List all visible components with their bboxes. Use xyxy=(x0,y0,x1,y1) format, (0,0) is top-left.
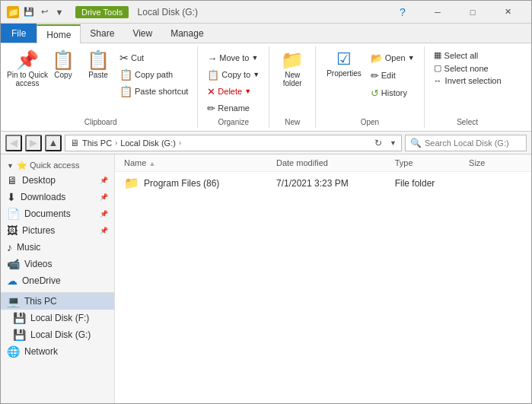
new-folder-label: Newfolder xyxy=(283,71,302,87)
tab-home[interactable]: Home xyxy=(37,24,81,43)
select-all-button[interactable]: ▦ Select all xyxy=(431,49,505,61)
ribbon-group-new: 📁 Newfolder New xyxy=(269,46,316,128)
col-name[interactable]: Name ▲ xyxy=(121,156,273,170)
select-group: ▦ Select all ▢ Select none ↔ Invert sele… xyxy=(431,49,505,86)
copy-label: Copy xyxy=(54,71,72,79)
address-chevron-2: › xyxy=(179,139,181,147)
properties-button[interactable]: ☑ Properties xyxy=(322,49,366,79)
invert-icon: ↔ xyxy=(434,76,442,85)
minimize-button[interactable]: ─ xyxy=(420,1,455,24)
sidebar-item-onedrive[interactable]: ☁ OneDrive xyxy=(1,272,114,289)
col-size[interactable]: Size xyxy=(466,156,525,170)
edit-icon: ✏ xyxy=(371,70,379,81)
network-icon: 🌐 xyxy=(7,345,20,358)
music-icon: ♪ xyxy=(7,241,12,253)
copy-to-button[interactable]: 📋 Copy to ▼ xyxy=(204,66,263,83)
table-row[interactable]: 📁 Program Files (86) 7/1/2021 3:23 PM Fi… xyxy=(115,172,531,194)
main-content: ▼ ⭐ Quick access 🖥 Desktop 📌 ⬇ Downloads… xyxy=(1,154,531,404)
delete-icon: ✕ xyxy=(207,86,215,97)
desktop-label: Desktop xyxy=(22,175,56,186)
quick-access-chevron: ▼ xyxy=(7,162,14,170)
sidebar-item-network[interactable]: 🌐 Network xyxy=(1,343,114,360)
sidebar-item-documents[interactable]: 📄 Documents 📌 xyxy=(1,205,114,222)
close-button[interactable]: ✕ xyxy=(490,1,525,24)
history-button[interactable]: ↺ History xyxy=(368,84,418,101)
address-bar: ◀ ▶ ▲ 🖥 This PC › Local Disk (G:) › ↻ ▼ … xyxy=(1,132,531,154)
select-none-button[interactable]: ▢ Select none xyxy=(431,62,505,74)
videos-label: Videos xyxy=(24,259,52,269)
tab-manage[interactable]: Manage xyxy=(161,24,212,43)
maximize-button[interactable]: □ xyxy=(455,1,490,24)
col-date[interactable]: Date modified xyxy=(273,156,392,170)
paste-shortcut-button[interactable]: 📋 Paste shortcut xyxy=(116,83,191,100)
pin-to-quick-access-button[interactable]: 📌 Pin to Quickaccess xyxy=(10,49,45,89)
copy-path-button[interactable]: 📋 Copy path xyxy=(116,66,191,83)
search-box[interactable]: 🔍 xyxy=(405,135,527,151)
file-header: Name ▲ Date modified Type Size xyxy=(115,154,531,172)
new-folder-button[interactable]: 📁 Newfolder xyxy=(276,49,309,89)
sidebar-item-videos[interactable]: 📹 Videos xyxy=(1,256,114,272)
title-bar: 📁 💾 ↩ ▼ Drive Tools Local Disk (G:) ? ─ … xyxy=(1,1,531,24)
sidebar-item-pictures[interactable]: 🖼 Pictures 📌 xyxy=(1,222,114,239)
quick-access-section[interactable]: ▼ ⭐ Quick access xyxy=(1,157,114,172)
move-icon: → xyxy=(207,52,217,64)
window-title: Local Disk (G:) xyxy=(138,7,198,17)
sidebar-item-this-pc[interactable]: 💻 This PC xyxy=(1,293,114,310)
ribbon-group-clipboard: 📌 Pin to Quickaccess 📋 Copy 📋 Paste ✂ Cu… xyxy=(4,46,198,128)
select-label: Select xyxy=(457,118,478,128)
up-button[interactable]: ▲ xyxy=(45,135,62,151)
back-button[interactable]: ◀ xyxy=(5,135,22,151)
sidebar-item-local-disk-g[interactable]: 💾 Local Disk (G:) xyxy=(1,326,114,343)
sidebar-item-downloads[interactable]: ⬇ Downloads 📌 xyxy=(1,189,114,205)
videos-icon: 📹 xyxy=(7,258,20,270)
copy-to-label: Copy to xyxy=(221,70,250,79)
quick-access-toolbar: 💾 ↩ ▼ xyxy=(22,5,66,19)
organize-buttons: → Move to ▼ 📋 Copy to ▼ ✕ Delete ▼ ✏ Ren… xyxy=(204,46,263,116)
tab-share[interactable]: Share xyxy=(81,24,123,43)
open-button[interactable]: 📂 Open ▼ xyxy=(368,49,418,66)
file-area: Name ▲ Date modified Type Size 📁 Program… xyxy=(115,154,531,404)
tab-file[interactable]: File xyxy=(1,24,37,43)
sidebar: ▼ ⭐ Quick access 🖥 Desktop 📌 ⬇ Downloads… xyxy=(1,154,115,404)
open-col: 📂 Open ▼ ✏ Edit ↺ History xyxy=(368,49,418,101)
organize-col: → Move to ▼ 📋 Copy to ▼ ✕ Delete ▼ ✏ Ren… xyxy=(204,49,263,116)
cut-button[interactable]: ✂ Cut xyxy=(116,49,191,66)
refresh-button[interactable]: ↻ xyxy=(370,135,387,151)
sidebar-item-desktop[interactable]: 🖥 Desktop 📌 xyxy=(1,172,114,189)
address-dropdown-button[interactable]: ▼ xyxy=(390,139,397,147)
edit-button[interactable]: ✏ Edit xyxy=(368,67,418,84)
file-size-cell xyxy=(466,181,525,186)
delete-button[interactable]: ✕ Delete ▼ xyxy=(204,83,263,100)
local-disk-g-icon: 💾 xyxy=(13,329,26,341)
invert-selection-button[interactable]: ↔ Invert selection xyxy=(431,75,505,86)
rename-button[interactable]: ✏ Rename xyxy=(204,100,263,116)
qat-save[interactable]: 💾 xyxy=(22,5,36,19)
copy-to-icon: 📋 xyxy=(207,69,219,81)
ribbon-group-select: ▦ Select all ▢ Select none ↔ Invert sele… xyxy=(425,46,511,128)
col-name-label: Name xyxy=(124,158,146,167)
paste-button[interactable]: 📋 Paste xyxy=(81,49,115,81)
help-button[interactable]: ? xyxy=(385,1,420,24)
select-buttons: ▦ Select all ▢ Select none ↔ Invert sele… xyxy=(431,46,505,116)
copy-path-label: Copy path xyxy=(135,70,173,79)
title-bar-left: 📁 💾 ↩ ▼ Drive Tools Local Disk (G:) xyxy=(7,5,198,19)
qat-dropdown[interactable]: ▼ xyxy=(53,5,66,19)
move-to-label: Move to xyxy=(219,53,249,62)
col-type[interactable]: Type xyxy=(392,156,466,170)
delete-label: Delete xyxy=(218,87,242,96)
address-this-pc: This PC xyxy=(82,138,112,148)
sidebar-item-local-disk-f[interactable]: 💾 Local Disk (F:) xyxy=(1,310,114,326)
copy-button[interactable]: 📋 Copy xyxy=(46,49,80,81)
properties-icon: ☑ xyxy=(336,51,352,68)
ribbon-tabs: File Home Share View Manage xyxy=(1,24,531,43)
qat-undo[interactable]: ↩ xyxy=(37,5,51,19)
tab-view[interactable]: View xyxy=(123,24,161,43)
sidebar-item-music[interactable]: ♪ Music xyxy=(1,239,114,256)
pin-icon: 📌 xyxy=(16,51,39,69)
address-box[interactable]: 🖥 This PC › Local Disk (G:) › ↻ ▼ xyxy=(65,135,402,151)
search-input[interactable] xyxy=(425,138,521,148)
pictures-pin-icon: 📌 xyxy=(100,227,108,234)
copy-to-dropdown-icon: ▼ xyxy=(253,71,260,78)
forward-button[interactable]: ▶ xyxy=(25,135,42,151)
move-to-button[interactable]: → Move to ▼ xyxy=(204,49,263,66)
